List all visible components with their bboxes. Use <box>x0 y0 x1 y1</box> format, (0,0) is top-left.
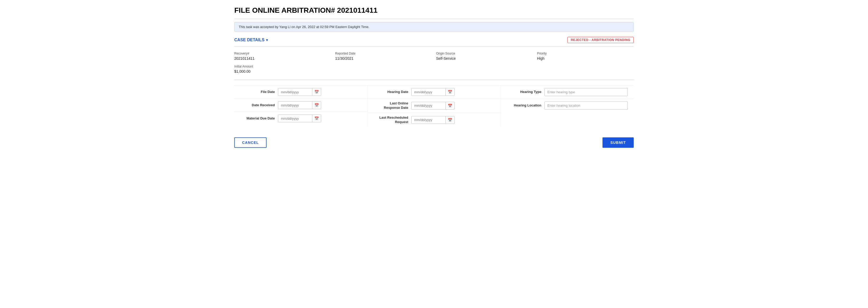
submit-button[interactable]: SUBMIT <box>602 137 634 148</box>
material-due-date-input[interactable] <box>278 115 312 122</box>
last-rescheduled-input[interactable] <box>412 116 445 123</box>
last-rescheduled-calendar-icon[interactable]: 📅 <box>445 116 454 124</box>
initial-amount-value: $1,000.00 <box>234 69 250 73</box>
page-title: FILE ONLINE ARBITRATION# 2021011411 <box>234 6 634 14</box>
recovery-number-value: 2021011411 <box>234 56 255 61</box>
date-received-input[interactable] <box>278 102 312 109</box>
hearing-type-input[interactable] <box>545 88 628 96</box>
form-column-3: Hearing Type Hearing Location <box>501 85 634 127</box>
reported-date-label: Reported Date <box>335 52 432 55</box>
origin-source-label: Origin Source <box>436 52 533 55</box>
hearing-date-calendar-icon[interactable]: 📅 <box>445 88 454 96</box>
hearing-date-input-wrapper: 📅 <box>411 88 455 96</box>
last-online-response-row: Last Online Response Date 📅 <box>368 99 501 113</box>
date-received-row: Date Received 📅 <box>234 99 367 112</box>
priority-value: High <box>537 56 545 61</box>
date-received-label: Date Received <box>239 103 275 107</box>
file-date-input[interactable] <box>278 89 312 96</box>
initial-amount-field: Initial Amount $1,000.00 <box>234 65 331 73</box>
material-due-date-label: Material Due Date <box>239 116 275 121</box>
last-rescheduled-label: Last Rescheduled Request <box>372 115 408 125</box>
section-header: CASE DETAILS ▾ REJECTED - ARBITRATION PE… <box>234 37 634 43</box>
last-online-response-label: Last Online Response Date <box>372 101 408 110</box>
hearing-type-label: Hearing Type <box>505 90 541 94</box>
case-details-label: CASE DETAILS <box>234 38 265 42</box>
material-due-date-row: Material Due Date 📅 <box>234 112 367 125</box>
hearing-type-row: Hearing Type <box>501 85 634 99</box>
info-banner: This task was accepted by Yang Li on Apr… <box>234 22 634 32</box>
hearing-location-label: Hearing Location <box>505 103 541 108</box>
origin-source-field: Origin Source Self-Service <box>436 52 533 61</box>
origin-source-value: Self-Service <box>436 56 456 61</box>
file-date-calendar-icon[interactable]: 📅 <box>312 88 321 96</box>
cancel-button[interactable]: CANCEL <box>234 137 267 148</box>
form-grid: File Date 📅 Date Received 📅 Material Due… <box>234 85 634 127</box>
hearing-date-row: Hearing Date 📅 <box>368 85 501 99</box>
date-received-input-wrapper: 📅 <box>278 101 321 109</box>
form-divider <box>234 80 634 80</box>
priority-label: Priority <box>537 52 634 55</box>
hearing-date-label: Hearing Date <box>372 90 408 94</box>
initial-amount-label: Initial Amount <box>234 65 331 68</box>
hearing-date-input[interactable] <box>412 89 445 96</box>
hearing-location-input[interactable] <box>545 102 628 110</box>
form-column-1: File Date 📅 Date Received 📅 Material Due… <box>234 85 367 127</box>
reported-date-field: Reported Date 11/30/2021 <box>335 52 432 61</box>
file-date-label: File Date <box>239 90 275 94</box>
form-column-2: Hearing Date 📅 Last Online Response Date… <box>367 85 501 127</box>
recovery-number-field: Recovery# 2021011411 <box>234 52 331 61</box>
hearing-location-row: Hearing Location <box>501 99 634 112</box>
chevron-down-icon: ▾ <box>266 38 268 42</box>
section-divider <box>234 46 634 46</box>
status-badge: REJECTED - ARBITRATION PENDING <box>567 37 634 43</box>
date-received-calendar-icon[interactable]: 📅 <box>312 102 321 109</box>
priority-field: Priority High <box>537 52 634 61</box>
last-online-response-input[interactable] <box>412 102 445 109</box>
case-details-toggle[interactable]: CASE DETAILS ▾ <box>234 38 268 42</box>
last-rescheduled-input-wrapper: 📅 <box>411 116 455 124</box>
material-due-date-input-wrapper: 📅 <box>278 114 321 122</box>
footer: CANCEL SUBMIT <box>234 135 634 148</box>
recovery-number-label: Recovery# <box>234 52 331 55</box>
last-online-response-calendar-icon[interactable]: 📅 <box>445 102 454 109</box>
material-due-date-calendar-icon[interactable]: 📅 <box>312 115 321 122</box>
reported-date-value: 11/30/2021 <box>335 56 353 61</box>
case-info-grid: Recovery# 2021011411 Reported Date 11/30… <box>234 52 634 73</box>
last-online-response-input-wrapper: 📅 <box>411 102 455 110</box>
last-rescheduled-row: Last Rescheduled Request 📅 <box>368 113 501 127</box>
file-date-row: File Date 📅 <box>234 85 367 99</box>
file-date-input-wrapper: 📅 <box>278 88 321 96</box>
